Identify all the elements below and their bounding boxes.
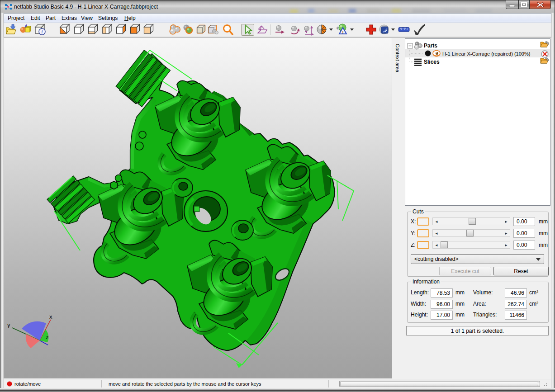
svg-text:z: z	[46, 334, 49, 340]
svg-text:x: x	[49, 313, 52, 320]
svg-text:!: !	[342, 30, 344, 34]
svg-text:€: €	[337, 26, 339, 30]
svg-text:y: y	[7, 321, 10, 328]
svg-text:i: i	[42, 29, 43, 34]
